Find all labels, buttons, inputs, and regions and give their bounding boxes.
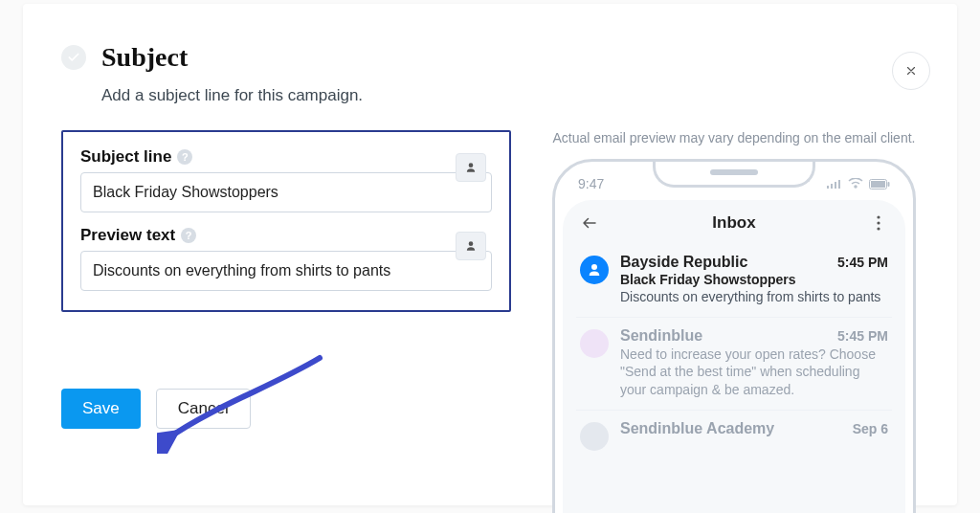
battery-icon (869, 179, 890, 190)
save-button[interactable]: Save (61, 389, 141, 429)
row-time: 5:45 PM (837, 255, 888, 270)
person-icon (464, 161, 478, 174)
inbox-header: Inbox (563, 200, 905, 244)
row-subject: Black Friday Showstoppers (620, 272, 888, 287)
more-button[interactable] (869, 215, 888, 231)
page-title: Subject (101, 42, 188, 73)
preview-input[interactable] (80, 251, 492, 291)
arrow-left-icon (581, 214, 598, 232)
status-time: 9:47 (578, 176, 604, 191)
form-container: Subject line ? Preview text ? (61, 130, 511, 312)
page-subtitle: Add a subject line for this campaign. (101, 86, 919, 105)
avatar (580, 422, 609, 451)
row-sender: Bayside Republic (620, 254, 747, 271)
status-check-icon (61, 45, 86, 70)
back-button[interactable] (580, 214, 599, 232)
more-vertical-icon (877, 215, 880, 231)
help-icon[interactable]: ? (177, 149, 192, 165)
row-time: Sep 6 (853, 421, 888, 436)
preview-label: Preview text (80, 226, 175, 245)
personalize-button[interactable] (456, 153, 486, 182)
inbox-row[interactable]: Sendinblue Academy Sep 6 (576, 410, 892, 462)
subject-input[interactable] (80, 172, 492, 212)
inbox-row[interactable]: Sendinblue 5:45 PM Need to increase your… (576, 317, 892, 410)
wifi-icon (848, 178, 863, 190)
section-header: Subject (61, 42, 919, 73)
preview-column: Actual email preview may vary depending … (549, 130, 919, 513)
person-icon (464, 239, 478, 253)
svg-rect-6 (888, 182, 890, 187)
avatar (580, 256, 609, 284)
svg-rect-5 (871, 181, 885, 188)
svg-point-8 (877, 221, 880, 224)
subject-label: Subject line (80, 147, 171, 167)
signal-icon (827, 179, 842, 189)
svg-rect-2 (835, 182, 836, 189)
close-button[interactable] (892, 52, 930, 90)
svg-rect-0 (827, 186, 829, 189)
svg-rect-3 (838, 180, 840, 189)
form-column: Subject line ? Preview text ? (61, 130, 511, 513)
inbox-list: Bayside Republic 5:45 PM Black Friday Sh… (563, 244, 905, 462)
row-preview: Discounts on everything from shirts to p… (620, 288, 888, 305)
subject-field: Subject line ? (80, 147, 492, 212)
preview-disclaimer: Actual email preview may vary depending … (553, 130, 916, 145)
svg-point-7 (877, 215, 880, 218)
close-icon (904, 64, 918, 78)
subject-editor-card: Subject Add a subject line for this camp… (23, 4, 957, 505)
help-icon[interactable]: ? (181, 228, 196, 243)
personalize-button[interactable] (456, 232, 486, 260)
inbox-row[interactable]: Bayside Republic 5:45 PM Black Friday Sh… (576, 244, 892, 317)
status-icons (827, 178, 890, 190)
phone-mockup: 9:47 Inbox (552, 159, 916, 513)
inbox-title: Inbox (712, 213, 755, 233)
avatar (580, 329, 609, 358)
phone-notch (653, 159, 815, 188)
svg-point-9 (877, 227, 880, 230)
button-row: Save Cancel (61, 389, 511, 429)
row-sender: Sendinblue Academy (620, 420, 774, 437)
row-preview: Need to increase your open rates? Choose… (620, 346, 888, 398)
row-sender: Sendinblue (620, 327, 702, 345)
person-icon (586, 261, 603, 279)
row-time: 5:45 PM (837, 328, 888, 344)
cancel-button[interactable]: Cancel (156, 389, 251, 429)
preview-field: Preview text ? (80, 226, 492, 291)
svg-rect-1 (831, 184, 833, 189)
phone-screen: Inbox Bayside Republic (563, 200, 905, 513)
